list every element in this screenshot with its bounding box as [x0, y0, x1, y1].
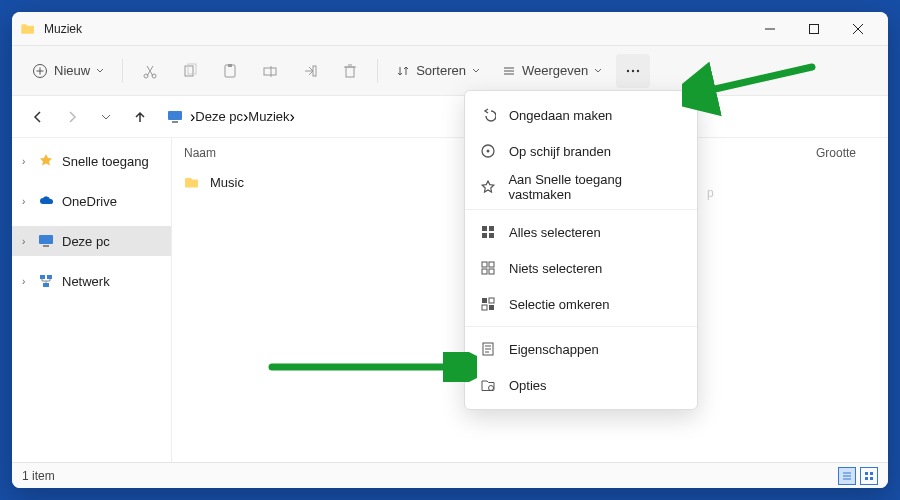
view-label: Weergeven — [522, 63, 588, 78]
share-button[interactable] — [293, 54, 327, 88]
maximize-button[interactable] — [792, 12, 836, 46]
status-items: 1 item — [22, 469, 55, 483]
col-size[interactable]: Grootte — [776, 146, 876, 160]
hidden-column-text: p — [707, 186, 714, 200]
sort-label: Sorteren — [416, 63, 466, 78]
sort-button[interactable]: Sorteren — [388, 54, 488, 88]
select-all-icon — [479, 224, 497, 240]
menu-pin[interactable]: Aan Snelle toegang vastmaken — [465, 169, 697, 205]
svg-point-50 — [489, 386, 494, 391]
menu-burn[interactable]: Op schijf branden — [465, 133, 697, 169]
svg-rect-15 — [313, 66, 316, 76]
menu-label: Ongedaan maken — [509, 108, 612, 123]
menu-label: Niets selecteren — [509, 261, 602, 276]
svg-rect-16 — [346, 67, 354, 77]
crumb-root[interactable]: Deze pc — [195, 109, 243, 124]
cut-button[interactable] — [133, 54, 167, 88]
ellipsis-icon — [624, 62, 642, 80]
menu-selectall[interactable]: Alles selecteren — [465, 214, 697, 250]
svg-rect-13 — [264, 68, 276, 75]
copy-icon — [182, 63, 198, 79]
crumb-child[interactable]: Muziek — [248, 109, 289, 124]
trash-icon — [342, 63, 358, 79]
separator — [122, 59, 123, 83]
svg-rect-34 — [482, 226, 487, 231]
menu-label: Alles selecteren — [509, 225, 601, 240]
plus-circle-icon — [32, 63, 48, 79]
menu-selectnone[interactable]: Niets selecteren — [465, 250, 697, 286]
recent-button[interactable] — [92, 103, 120, 131]
svg-rect-27 — [39, 235, 53, 244]
expand-icon: › — [22, 156, 30, 167]
menu-options[interactable]: Opties — [465, 367, 697, 403]
svg-rect-42 — [482, 298, 487, 303]
svg-rect-40 — [482, 269, 487, 274]
chevron-down-icon — [472, 67, 480, 75]
sidebar-item-quickaccess[interactable]: › Snelle toegang — [12, 146, 171, 176]
rename-button[interactable] — [253, 54, 287, 88]
titlebar: Muziek — [12, 12, 888, 46]
paste-button[interactable] — [213, 54, 247, 88]
forward-button[interactable] — [58, 103, 86, 131]
menu-label: Aan Snelle toegang vastmaken — [508, 172, 683, 202]
star-outline-icon — [479, 179, 496, 195]
view-button[interactable]: Weergeven — [494, 54, 610, 88]
svg-rect-45 — [489, 305, 494, 310]
svg-rect-12 — [228, 64, 232, 67]
menu-properties[interactable]: Eigenschappen — [465, 331, 697, 367]
cut-icon — [142, 63, 158, 79]
svg-point-23 — [632, 69, 634, 71]
sidebar-item-onedrive[interactable]: › OneDrive — [12, 186, 171, 216]
cloud-icon — [38, 193, 54, 209]
more-button[interactable] — [616, 54, 650, 88]
up-button[interactable] — [126, 103, 154, 131]
select-none-icon — [479, 260, 497, 276]
svg-rect-56 — [865, 477, 868, 480]
svg-rect-26 — [172, 121, 178, 123]
chevron-down-icon — [594, 67, 602, 75]
expand-icon: › — [22, 196, 30, 207]
svg-point-22 — [627, 69, 629, 71]
chevron-right-icon: › — [290, 108, 295, 126]
options-icon — [479, 377, 497, 393]
minimize-button[interactable] — [748, 12, 792, 46]
svg-rect-57 — [870, 477, 873, 480]
separator — [377, 59, 378, 83]
window-title: Muziek — [44, 22, 748, 36]
view-large-button[interactable] — [860, 467, 878, 485]
new-button[interactable]: Nieuw — [24, 54, 112, 88]
copy-button[interactable] — [173, 54, 207, 88]
menu-invert[interactable]: Selectie omkeren — [465, 286, 697, 322]
svg-rect-37 — [489, 233, 494, 238]
svg-rect-55 — [870, 472, 873, 475]
svg-point-33 — [487, 150, 490, 153]
sidebar-item-network[interactable]: › Netwerk — [12, 266, 171, 296]
close-button[interactable] — [836, 12, 880, 46]
sort-icon — [396, 64, 410, 78]
svg-rect-38 — [482, 262, 487, 267]
undo-icon — [479, 107, 497, 123]
svg-rect-30 — [47, 275, 52, 279]
svg-point-24 — [637, 69, 639, 71]
expand-icon: › — [22, 276, 30, 287]
svg-rect-35 — [489, 226, 494, 231]
share-icon — [302, 63, 318, 79]
body: › Snelle toegang › OneDrive › Deze pc › … — [12, 138, 888, 462]
sidebar-item-label: Netwerk — [62, 274, 110, 289]
paste-icon — [222, 63, 238, 79]
view-details-button[interactable] — [838, 467, 856, 485]
menu-label: Op schijf branden — [509, 144, 611, 159]
nav-row: › Deze pc › Muziek › — [12, 96, 888, 138]
svg-rect-1 — [810, 24, 819, 33]
svg-rect-43 — [489, 298, 494, 303]
sidebar-item-thispc[interactable]: › Deze pc — [12, 226, 171, 256]
delete-button[interactable] — [333, 54, 367, 88]
menu-label: Opties — [509, 378, 547, 393]
menu-undo[interactable]: Ongedaan maken — [465, 97, 697, 133]
svg-rect-25 — [168, 111, 182, 120]
monitor-icon — [38, 233, 54, 249]
back-button[interactable] — [24, 103, 52, 131]
network-icon — [38, 273, 54, 289]
svg-rect-54 — [865, 472, 868, 475]
svg-rect-31 — [43, 283, 49, 287]
